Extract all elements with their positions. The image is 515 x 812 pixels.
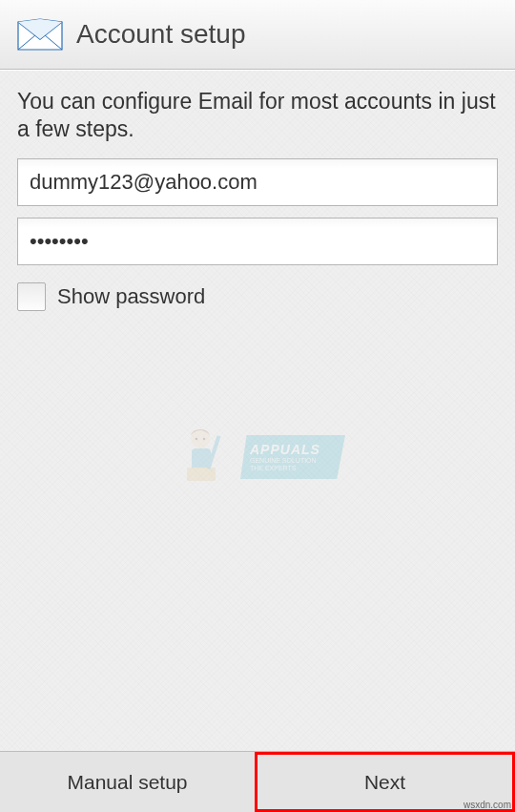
show-password-row[interactable]: Show password [17, 282, 498, 311]
page-title: Account setup [76, 19, 245, 50]
show-password-label: Show password [57, 284, 205, 309]
header-bar: Account setup [0, 0, 515, 70]
watermark-tagline1: GENUINE SOLUTION [250, 457, 345, 465]
svg-rect-6 [187, 468, 216, 481]
svg-point-4 [191, 429, 210, 448]
watermark-brand: APPUALS [250, 442, 345, 457]
watermark-banner: APPUALS GENUINE SOLUTION THE EXPERTS [240, 435, 345, 479]
svg-rect-5 [192, 448, 211, 473]
intro-text: You can configure Email for most account… [17, 88, 498, 143]
mail-icon [17, 18, 63, 51]
password-field[interactable] [17, 218, 498, 265]
svg-point-9 [203, 438, 206, 441]
svg-rect-7 [207, 435, 221, 468]
show-password-checkbox[interactable] [17, 282, 46, 311]
watermark: APPUALS GENUINE SOLUTION THE EXPERTS [170, 424, 345, 490]
watermark-mascot-icon [170, 424, 237, 490]
footer-bar: Manual setup Next wsxdn.com [0, 751, 515, 812]
content-area: You can configure Email for most account… [0, 70, 515, 751]
manual-setup-button[interactable]: Manual setup [0, 752, 255, 812]
watermark-tagline2: THE EXPERTS [250, 465, 345, 472]
svg-point-8 [196, 438, 198, 441]
email-field[interactable] [17, 158, 498, 206]
next-button[interactable]: Next [255, 752, 515, 812]
